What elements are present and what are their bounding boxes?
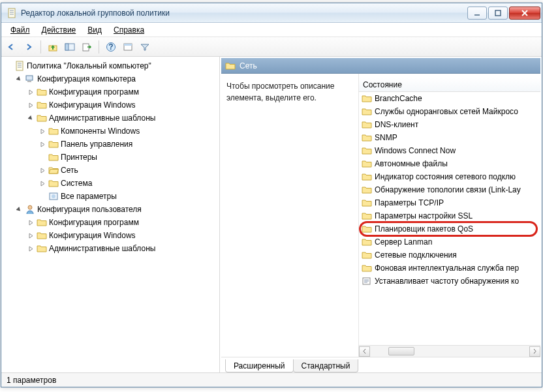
description-column: Чтобы просмотреть описание элемента, выд… (221, 74, 358, 357)
list-item[interactable]: Индикатор состояния сетевого подклю (359, 170, 540, 183)
expand-icon[interactable] (39, 167, 46, 174)
list-item[interactable]: Автономные файлы (359, 157, 540, 170)
policy-icon (14, 61, 25, 71)
help-button[interactable]: ? (103, 39, 119, 55)
expand-icon[interactable] (39, 141, 46, 148)
horizontal-scrollbar[interactable] (359, 345, 540, 357)
filter-button[interactable] (137, 39, 153, 55)
tree-label: Политика "Локальный компьютер" (27, 61, 151, 70)
expand-icon[interactable] (27, 232, 35, 239)
tree-label: Все параметры (61, 192, 117, 201)
tree-root[interactable]: Политика "Локальный компьютер" (5, 59, 219, 72)
menu-view[interactable]: Вид (82, 24, 107, 36)
list-item[interactable]: Фоновая интеллектуальная служба пер (359, 262, 540, 275)
expand-icon[interactable] (27, 245, 35, 252)
list-item-setting[interactable]: Устанавливает частоту обнаружения ко (359, 275, 540, 288)
folder-icon (48, 140, 59, 149)
tree-label: Конфигурация программ (49, 87, 139, 97)
menu-file[interactable]: Файл (5, 24, 35, 36)
tree-user-config[interactable]: Конфигурация пользователя (5, 203, 219, 216)
list-item[interactable]: Сервер Lanman (359, 235, 540, 249)
item-label: Устанавливает частоту обнаружения ко (375, 277, 519, 286)
category-title: Сеть (240, 61, 257, 70)
svg-rect-12 (124, 44, 132, 46)
list-item-qos[interactable]: Планировщик пакетов QoS (359, 222, 540, 235)
item-label: Параметры TCP/IP (375, 198, 444, 207)
item-label: Обнаружение топологии связи (Link-Lay (375, 185, 521, 194)
collapse-icon[interactable] (27, 115, 35, 122)
expand-icon[interactable] (27, 89, 35, 96)
list-item[interactable]: Сетевые подключения (359, 249, 540, 262)
list-item[interactable]: Windows Connect Now (359, 144, 540, 157)
up-folder-button[interactable] (45, 39, 61, 55)
column-header-state[interactable]: Состояние (359, 78, 540, 92)
folder-icon (37, 231, 47, 240)
scroll-left-button[interactable] (359, 346, 370, 357)
app-icon (7, 8, 17, 18)
tree-user-windows[interactable]: Конфигурация Windows (5, 229, 219, 242)
expand-icon[interactable] (39, 180, 46, 187)
list-item[interactable]: Параметры TCP/IP (359, 196, 540, 209)
item-label: Параметры настройки SSL (375, 211, 473, 220)
collapse-icon[interactable] (16, 206, 23, 213)
expander-icon[interactable] (5, 63, 12, 70)
item-label: Сетевые подключения (375, 250, 457, 260)
tree-label: Компоненты Windows (61, 127, 140, 136)
close-button[interactable] (509, 7, 540, 20)
computer-icon (25, 74, 35, 83)
tree-adm-printers[interactable]: Принтеры (5, 151, 219, 164)
item-label: SNMP (375, 133, 397, 142)
expand-icon[interactable] (27, 219, 35, 226)
tree-adm-network[interactable]: Сеть (5, 164, 219, 177)
folder-icon (362, 250, 372, 260)
items-column: Состояние BranchCache Службы одноранговы… (358, 74, 540, 357)
tree-adm-cp[interactable]: Панель управления (5, 138, 219, 151)
menu-help[interactable]: Справка (108, 24, 149, 36)
expander-icon[interactable] (39, 154, 46, 161)
maximize-button[interactable] (488, 7, 508, 20)
tree-adm-components[interactable]: Компоненты Windows (5, 125, 219, 138)
scroll-thumb[interactable] (388, 347, 414, 355)
menu-action[interactable]: Действие (37, 24, 82, 36)
tree-comp-windows[interactable]: Конфигурация Windows (5, 98, 219, 112)
nav-tree[interactable]: Политика "Локальный компьютер" Конфигура… (1, 57, 220, 372)
tree-user-adm[interactable]: Административные шаблоны (5, 242, 219, 255)
tree-user-software[interactable]: Конфигурация программ (5, 216, 219, 229)
tree-adm-all[interactable]: Все параметры (5, 190, 219, 203)
list-item[interactable]: BranchCache (359, 92, 540, 105)
folder-icon (362, 185, 372, 194)
list-item[interactable]: Параметры настройки SSL (359, 209, 540, 222)
tree-comp-software[interactable]: Конфигурация программ (5, 85, 219, 98)
list-item[interactable]: SNMP (359, 131, 540, 144)
expand-icon[interactable] (39, 128, 46, 135)
folder-icon (362, 159, 372, 168)
export-list-button[interactable] (79, 39, 95, 55)
scroll-track[interactable] (370, 346, 529, 357)
properties-button[interactable] (120, 39, 136, 55)
content-pane: Сеть Чтобы просмотреть описание элемента… (220, 57, 542, 372)
list-item[interactable]: Обнаружение топологии связи (Link-Lay (359, 183, 540, 196)
scroll-right-button[interactable] (529, 346, 540, 357)
expander-icon[interactable] (39, 193, 46, 200)
forward-button[interactable] (21, 39, 37, 55)
items-list[interactable]: BranchCache Службы одноранговых сетей Ма… (359, 92, 540, 345)
minimize-button[interactable] (467, 7, 487, 20)
tree-adm-system[interactable]: Система (5, 177, 219, 190)
show-hide-tree-button[interactable] (62, 39, 78, 55)
tab-standard[interactable]: Стандартный (293, 359, 359, 372)
category-header: Сеть (221, 58, 540, 74)
list-item[interactable]: DNS-клиент (359, 118, 540, 131)
folder-icon (225, 61, 236, 70)
description-text: Чтобы просмотреть описание элемента, выд… (226, 82, 334, 102)
tree-computer-config[interactable]: Конфигурация компьютера (5, 72, 219, 85)
toolbar: ? (1, 37, 542, 57)
folder-icon (48, 127, 59, 136)
tree-comp-adm[interactable]: Административные шаблоны (5, 112, 219, 125)
expand-icon[interactable] (27, 102, 35, 109)
tab-extended[interactable]: Расширенный (225, 359, 294, 372)
back-button[interactable] (4, 39, 20, 55)
folder-icon (362, 94, 372, 103)
folder-icon (362, 120, 372, 129)
collapse-icon[interactable] (16, 76, 23, 83)
list-item[interactable]: Службы одноранговых сетей Майкросо (359, 105, 540, 118)
